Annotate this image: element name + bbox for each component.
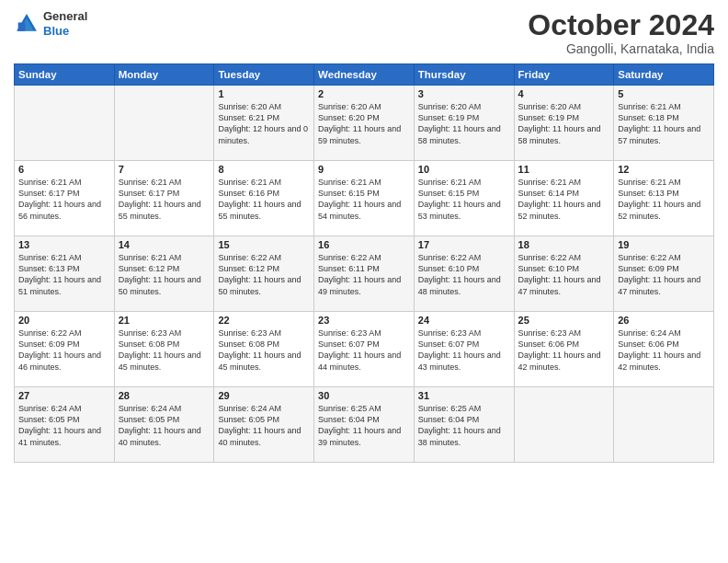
day-number: 8: [218, 164, 310, 175]
weekday-header-wednesday: Wednesday: [314, 64, 415, 86]
cell-info: Sunrise: 6:21 AMSunset: 6:14 PMDaylight:…: [518, 177, 610, 222]
calendar-cell: 4Sunrise: 6:20 AMSunset: 6:19 PMDaylight…: [514, 86, 614, 161]
logo-icon: [14, 11, 40, 37]
calendar-cell: [114, 86, 214, 161]
calendar-cell: 3Sunrise: 6:20 AMSunset: 6:19 PMDaylight…: [414, 86, 514, 161]
day-number: 9: [318, 164, 410, 175]
cell-info: Sunrise: 6:21 AMSunset: 6:18 PMDaylight:…: [618, 101, 710, 146]
month-title: October 2024: [528, 9, 714, 41]
day-number: 17: [418, 239, 510, 250]
day-number: 23: [318, 315, 410, 326]
calendar-cell: 20Sunrise: 6:22 AMSunset: 6:09 PMDayligh…: [15, 312, 115, 387]
cell-info: Sunrise: 6:20 AMSunset: 6:19 PMDaylight:…: [418, 101, 510, 146]
calendar-cell: 27Sunrise: 6:24 AMSunset: 6:05 PMDayligh…: [15, 387, 115, 463]
cell-info: Sunrise: 6:24 AMSunset: 6:06 PMDaylight:…: [618, 327, 710, 373]
day-number: 16: [318, 239, 410, 250]
calendar-cell: [514, 387, 614, 463]
weekday-header-friday: Friday: [514, 64, 614, 86]
calendar-cell: 28Sunrise: 6:24 AMSunset: 6:05 PMDayligh…: [114, 387, 214, 463]
title-block: October 2024 Gangolli, Karnataka, India: [528, 9, 714, 56]
day-number: 4: [518, 88, 610, 99]
day-number: 25: [518, 315, 610, 326]
calendar-cell: 7Sunrise: 6:21 AMSunset: 6:17 PMDaylight…: [114, 161, 214, 236]
cell-info: Sunrise: 6:22 AMSunset: 6:10 PMDaylight:…: [418, 252, 510, 297]
week-row-3: 13Sunrise: 6:21 AMSunset: 6:13 PMDayligh…: [15, 236, 714, 312]
day-number: 20: [18, 315, 110, 326]
cell-info: Sunrise: 6:21 AMSunset: 6:13 PMDaylight:…: [18, 252, 110, 297]
weekday-header-saturday: Saturday: [614, 64, 714, 86]
day-number: 24: [418, 315, 510, 326]
calendar-cell: 13Sunrise: 6:21 AMSunset: 6:13 PMDayligh…: [15, 236, 115, 312]
page: General Blue October 2024 Gangolli, Karn…: [0, 0, 728, 563]
cell-info: Sunrise: 6:21 AMSunset: 6:17 PMDaylight:…: [18, 177, 110, 222]
day-number: 27: [18, 390, 110, 401]
calendar-cell: 30Sunrise: 6:25 AMSunset: 6:04 PMDayligh…: [314, 387, 415, 463]
week-row-2: 6Sunrise: 6:21 AMSunset: 6:17 PMDaylight…: [15, 161, 714, 236]
cell-info: Sunrise: 6:22 AMSunset: 6:09 PMDaylight:…: [18, 327, 110, 373]
cell-info: Sunrise: 6:22 AMSunset: 6:09 PMDaylight:…: [618, 252, 710, 297]
cell-info: Sunrise: 6:22 AMSunset: 6:12 PMDaylight:…: [218, 252, 310, 297]
calendar-cell: 25Sunrise: 6:23 AMSunset: 6:06 PMDayligh…: [514, 312, 614, 387]
calendar: SundayMondayTuesdayWednesdayThursdayFrid…: [14, 63, 714, 463]
calendar-cell: 14Sunrise: 6:21 AMSunset: 6:12 PMDayligh…: [114, 236, 214, 312]
day-number: 7: [119, 164, 210, 175]
cell-info: Sunrise: 6:21 AMSunset: 6:15 PMDaylight:…: [418, 177, 510, 222]
calendar-cell: [15, 86, 115, 161]
weekday-header-sunday: Sunday: [15, 64, 115, 86]
day-number: 12: [618, 164, 710, 175]
day-number: 29: [218, 390, 310, 401]
calendar-cell: 10Sunrise: 6:21 AMSunset: 6:15 PMDayligh…: [414, 161, 514, 236]
svg-rect-2: [18, 22, 26, 30]
day-number: 19: [618, 239, 710, 250]
day-number: 11: [518, 164, 610, 175]
cell-info: Sunrise: 6:24 AMSunset: 6:05 PMDaylight:…: [119, 403, 210, 448]
day-number: 5: [618, 88, 710, 99]
calendar-cell: 23Sunrise: 6:23 AMSunset: 6:07 PMDayligh…: [314, 312, 415, 387]
cell-info: Sunrise: 6:23 AMSunset: 6:07 PMDaylight:…: [418, 327, 510, 373]
day-number: 13: [18, 239, 110, 250]
logo-text: General Blue: [43, 9, 87, 38]
day-number: 21: [119, 315, 210, 326]
calendar-cell: 11Sunrise: 6:21 AMSunset: 6:14 PMDayligh…: [514, 161, 614, 236]
calendar-cell: 26Sunrise: 6:24 AMSunset: 6:06 PMDayligh…: [614, 312, 714, 387]
day-number: 31: [418, 390, 510, 401]
cell-info: Sunrise: 6:21 AMSunset: 6:13 PMDaylight:…: [618, 177, 710, 222]
week-row-4: 20Sunrise: 6:22 AMSunset: 6:09 PMDayligh…: [15, 312, 714, 387]
logo-blue-text: Blue: [43, 24, 87, 39]
calendar-cell: 31Sunrise: 6:25 AMSunset: 6:04 PMDayligh…: [414, 387, 514, 463]
cell-info: Sunrise: 6:21 AMSunset: 6:15 PMDaylight:…: [318, 177, 410, 222]
cell-info: Sunrise: 6:23 AMSunset: 6:08 PMDaylight:…: [119, 327, 210, 373]
calendar-cell: 8Sunrise: 6:21 AMSunset: 6:16 PMDaylight…: [214, 161, 314, 236]
cell-info: Sunrise: 6:20 AMSunset: 6:20 PMDaylight:…: [318, 101, 410, 146]
cell-info: Sunrise: 6:22 AMSunset: 6:10 PMDaylight:…: [518, 252, 610, 297]
cell-info: Sunrise: 6:23 AMSunset: 6:07 PMDaylight:…: [318, 327, 410, 373]
day-number: 2: [318, 88, 410, 99]
day-number: 6: [18, 164, 110, 175]
cell-info: Sunrise: 6:21 AMSunset: 6:16 PMDaylight:…: [218, 177, 310, 222]
calendar-cell: 18Sunrise: 6:22 AMSunset: 6:10 PMDayligh…: [514, 236, 614, 312]
day-number: 3: [418, 88, 510, 99]
logo: General Blue: [14, 9, 87, 38]
calendar-cell: 6Sunrise: 6:21 AMSunset: 6:17 PMDaylight…: [15, 161, 115, 236]
day-number: 28: [119, 390, 210, 401]
cell-info: Sunrise: 6:23 AMSunset: 6:08 PMDaylight:…: [218, 327, 310, 373]
week-row-1: 1Sunrise: 6:20 AMSunset: 6:21 PMDaylight…: [15, 86, 714, 161]
cell-info: Sunrise: 6:20 AMSunset: 6:19 PMDaylight:…: [518, 101, 610, 146]
calendar-cell: 19Sunrise: 6:22 AMSunset: 6:09 PMDayligh…: [614, 236, 714, 312]
cell-info: Sunrise: 6:24 AMSunset: 6:05 PMDaylight:…: [218, 403, 310, 448]
calendar-cell: 21Sunrise: 6:23 AMSunset: 6:08 PMDayligh…: [114, 312, 214, 387]
cell-info: Sunrise: 6:25 AMSunset: 6:04 PMDaylight:…: [318, 403, 410, 448]
weekday-header-row: SundayMondayTuesdayWednesdayThursdayFrid…: [15, 64, 714, 86]
weekday-header-thursday: Thursday: [414, 64, 514, 86]
week-row-5: 27Sunrise: 6:24 AMSunset: 6:05 PMDayligh…: [15, 387, 714, 463]
cell-info: Sunrise: 6:23 AMSunset: 6:06 PMDaylight:…: [518, 327, 610, 373]
cell-info: Sunrise: 6:21 AMSunset: 6:17 PMDaylight:…: [119, 177, 210, 222]
day-number: 10: [418, 164, 510, 175]
day-number: 22: [218, 315, 310, 326]
calendar-cell: 29Sunrise: 6:24 AMSunset: 6:05 PMDayligh…: [214, 387, 314, 463]
cell-info: Sunrise: 6:20 AMSunset: 6:21 PMDaylight:…: [218, 101, 310, 146]
calendar-cell: [614, 387, 714, 463]
calendar-cell: 15Sunrise: 6:22 AMSunset: 6:12 PMDayligh…: [214, 236, 314, 312]
location: Gangolli, Karnataka, India: [528, 41, 714, 56]
weekday-header-monday: Monday: [114, 64, 214, 86]
